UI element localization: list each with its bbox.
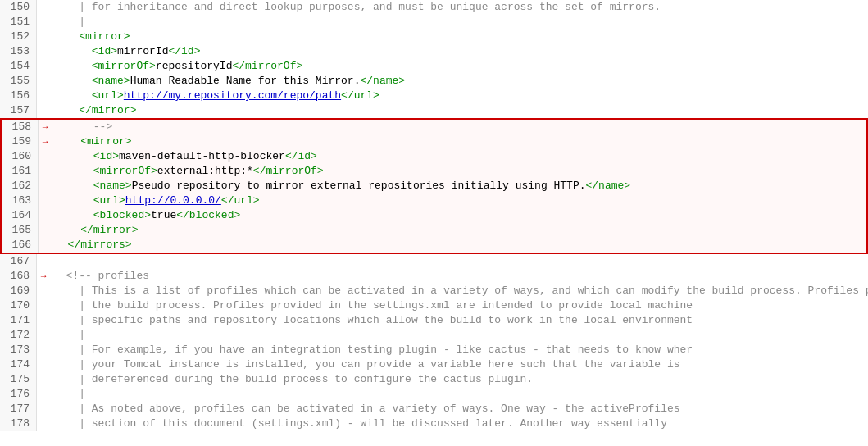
code-line: 164 <blocked>true</blocked> [0,208,868,223]
line-number: 167 [0,254,37,269]
line-number: 171 [0,313,37,328]
breakpoint-arrow-icon: → [37,269,50,284]
line-number: 168 [0,269,37,284]
comment-text-text: your Tomcat instance is installed, you c… [92,358,680,371]
pipe-text: | [53,16,85,28]
url-link-text: http://my.repository.com/repo/path [124,89,341,102]
text-content-text [55,180,93,192]
tag-text: </mirrorOf> [253,165,324,177]
line-content: <mirrorOf>external:http:*</mirrorOf> [52,164,866,179]
text-content-text [53,60,92,72]
line-number: 177 [0,402,37,416]
code-line: 152 <mirror> [0,30,868,44]
code-line: 160 <id>maven-default-http-blocker</id> [0,149,868,164]
tag-text: <mirrorOf> [93,165,157,177]
line-number: 158 [2,120,39,134]
pipe-text: | [53,388,85,400]
code-line: 174 | your Tomcat instance is installed,… [0,357,868,372]
code-line: 154 <mirrorOf>repositoryId</mirrorOf> [0,59,868,74]
line-content: <blocked>true</blocked> [52,208,866,223]
line-number: 172 [0,328,37,343]
tag-text: </id> [285,150,317,162]
comment-text: --> [93,121,112,133]
line-number: 161 [2,164,39,179]
text-content-text [55,224,80,236]
tag-text: <url> [93,194,125,207]
tag-text: </name> [360,75,405,87]
tag-text: </id> [168,45,200,57]
line-content: | for inheritance and direct lookup purp… [50,0,868,15]
text-content-text [53,75,92,87]
code-line: 151 | [0,15,868,30]
line-number: 178 [0,416,37,431]
line-content: <url>http://0.0.0.0/</url> [52,193,866,208]
code-line: 150 | for inheritance and direct lookup … [0,0,868,15]
text-content-text [53,30,79,43]
line-content: <url>http://my.repository.com/repo/path<… [50,89,868,103]
tag-text: </mirrors> [68,239,132,251]
code-line: 155 <name>Human Readable Name for this M… [0,74,868,89]
text-content-text [55,239,68,251]
line-content: | dereferenced during the build process … [50,372,868,387]
tag-text: </mirror> [79,104,136,116]
line-content: | This is a list of profiles which can b… [50,284,868,298]
line-number: 162 [2,179,39,193]
tag-text: </url> [341,89,379,102]
line-content: <mirror> [50,30,868,44]
line-content: <name>Human Readable Name for this Mirro… [50,74,868,89]
tag-text: </mirror> [80,224,138,236]
code-line: 170 | the build process. Profiles provid… [0,298,868,313]
line-content: | [50,387,868,402]
line-content: <id>maven-default-http-blocker</id> [52,149,866,164]
code-line: 159→ <mirror> [0,134,868,149]
text-content-text [53,89,92,102]
tag-text: <name> [93,180,132,192]
code-line: 163 <url>http://0.0.0.0/</url> [0,193,868,208]
code-line: 158→ --> [0,118,868,134]
line-content: | As noted above, profiles can be activa… [50,402,868,416]
pipe-text: | [53,373,92,385]
tag-text: <id> [92,45,117,57]
code-line: 169 | This is a list of profiles which c… [0,284,868,298]
line-content: <id>mirrorId</id> [50,44,868,59]
line-content: | specific paths and repository location… [50,313,868,328]
line-content: | the build process. Profiles provided i… [50,298,868,313]
line-content: <mirror> [52,134,866,149]
line-content: | [50,15,868,30]
pipe-text: | [53,403,92,415]
comment-text-text: the build process. Profiles provided in … [680,284,868,297]
url-link-text: http://0.0.0.0/ [125,194,221,207]
line-number: 170 [0,298,37,313]
line-number: 155 [0,74,37,89]
comment-text-text: This is a list of profiles which can be … [92,284,680,297]
code-line: 176 | [0,387,868,402]
code-line: 156 <url>http://my.repository.com/repo/p… [0,89,868,103]
line-content: <mirrorOf>repositoryId</mirrorOf> [50,59,868,74]
tag-text: <name> [92,75,130,87]
code-line: 173 | For example, if you have an integr… [0,343,868,357]
tag-text: <mirror> [79,30,130,43]
breakpoint-arrow-icon: → [39,134,52,149]
comment-text-text: As noted above, profiles can be activate… [92,403,565,415]
text-content-text: repositoryId [156,60,233,72]
line-number: 175 [0,372,37,387]
code-line: 177 | As noted above, profiles can be ac… [0,402,868,416]
code-line: 162 <name>Pseudo repository to mirror ex… [0,179,868,193]
text-content-text: external:http:* [157,165,253,177]
tag-text: <id> [93,150,119,162]
text-content-text [53,45,92,57]
code-line: 166 </mirrors> [0,238,868,254]
line-number: 166 [2,238,39,253]
line-content: <!-- profiles [50,269,868,284]
code-line: 153 <id>mirrorId</id> [0,44,868,59]
code-line: 161 <mirrorOf>external:http:*</mirrorOf> [0,164,868,179]
code-lines: 150 | for inheritance and direct lookup … [0,0,868,431]
pipe-text: | [53,358,92,371]
comment-text-text: the build process. Profiles provided in … [92,299,693,312]
comment-text-text: specific paths and repository locations … [92,314,693,326]
pipe-text: | [53,284,92,297]
code-line: 157 </mirror> [0,103,868,118]
text-content-text: mirrorId [117,45,168,57]
line-number: 174 [0,357,37,372]
tag-text: </name> [586,180,631,192]
